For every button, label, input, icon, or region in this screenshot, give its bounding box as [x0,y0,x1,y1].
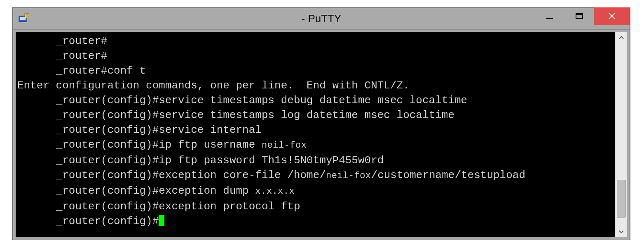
indent [17,65,56,77]
scrollbar[interactable] [615,32,627,237]
scroll-down-button[interactable] [616,226,627,237]
terminal-output[interactable]: _router# _router# _router#conf tEnter co… [16,32,615,237]
prompt: _router(config)# [56,139,159,151]
indent [17,94,56,107]
prompt: _router(config)# [56,154,159,167]
cmd: /customername/testupload [371,169,525,181]
indent [17,169,56,181]
maximize-icon [576,12,583,20]
cmd: service timestamps debug datetime msec l… [159,94,467,107]
cmd: exception dump [159,185,255,197]
indent [17,35,56,47]
putty-icon [17,12,30,25]
chevron-up-icon [619,35,624,40]
prompt-cmd: _router#conf t [56,65,146,77]
indent [17,124,56,136]
client-area: _router# _router# _router#conf tEnter co… [13,30,630,240]
prompt: _router# [56,50,108,62]
putty-window: - PuTTY _router [12,7,630,240]
titlebar[interactable]: - PuTTY [13,8,630,30]
svg-rect-5 [546,18,553,19]
scroll-thumb[interactable] [617,180,626,218]
window-title: - PuTTY [302,12,342,25]
prompt: _router(config)# [56,124,159,136]
prompt: _router(config)# [56,185,159,197]
indent [17,200,56,213]
minimize-button[interactable] [535,7,564,25]
indent [17,185,56,197]
maximize-button[interactable] [564,7,594,25]
cmd: service timestamps log datetime msec loc… [159,109,454,121]
scroll-up-button[interactable] [616,32,627,44]
terminal-wrap: _router# _router# _router#conf tEnter co… [16,32,627,237]
prompt: _router(config)# [56,109,159,121]
scroll-track[interactable] [616,44,627,226]
cmd-arg: x.x.x.x [255,186,295,197]
indent [17,139,56,151]
prompt: _router# [56,35,108,47]
chevron-down-icon [619,229,624,234]
cmd: ip ftp password Th1s!5N0tmyP455w0rd [159,154,384,167]
terminal-cursor [159,215,164,226]
indent [17,109,56,121]
cmd: ip ftp username [159,139,262,151]
cmd: exception core-file /home/ [159,169,326,181]
prompt: _router(config)# [56,215,159,227]
indent [17,50,56,62]
window-controls [535,7,630,25]
close-button[interactable] [594,7,630,25]
cmd-arg: neil-fox [326,171,371,181]
minimize-icon [546,12,553,20]
prompt: _router(config)# [56,200,159,213]
output-text: Enter configuration commands, one per li… [17,79,410,92]
indent [17,154,56,167]
indent [17,215,56,227]
cmd-arg: neil-fox [262,140,307,151]
svg-rect-7 [576,14,583,15]
cmd: exception protocol ftp [159,200,300,213]
close-icon [608,12,616,20]
prompt: _router(config)# [56,94,159,107]
cmd: service internal [159,124,262,136]
prompt: _router(config)# [56,169,159,181]
